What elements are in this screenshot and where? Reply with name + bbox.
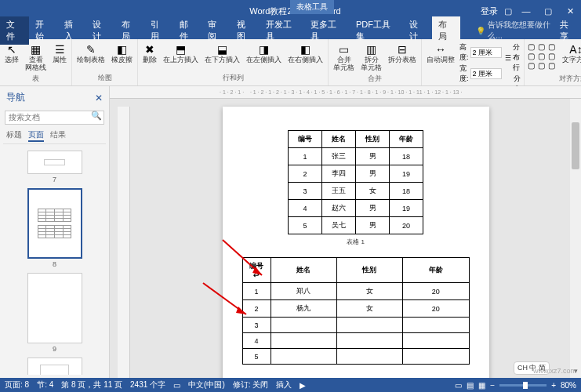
status-section[interactable]: 节: 4 [37,379,53,390]
col-width-input[interactable] [470,68,502,79]
align-tc-icon[interactable]: ▢ [538,42,547,51]
align-tl-icon[interactable]: ▢ [528,42,537,51]
status-page[interactable]: 页面: 8 [5,379,29,390]
status-language[interactable]: 中文(中国) [188,379,225,390]
split-table-button[interactable]: ⊟拆分表格 [387,42,418,65]
align-tr-icon[interactable]: ▢ [548,42,557,51]
table-row[interactable]: 2李四男19 [289,165,423,183]
table-row[interactable]: 3王五女18 [289,183,423,200]
thumb-page-9[interactable] [27,273,82,343]
insert-left-button[interactable]: ◨在左侧插入 [245,42,283,65]
nav-search-input[interactable] [5,111,104,125]
eraser-button[interactable]: ◧橡皮擦 [110,42,134,65]
merge-cells-button[interactable]: ▭合并单元格 [332,42,356,73]
horizontal-ruler[interactable]: · 1 · 2 · 1 · · 1 · 2 · 1 · 2 · 1 · 3 · … [110,86,581,99]
insert-right-button[interactable]: ◧在右侧插入 [286,42,325,65]
thumb-page-7[interactable] [27,151,82,174]
zoom-slider[interactable] [499,384,547,387]
lightbulb-icon: 💡 [476,27,485,35]
table-row[interactable]: 5 [242,349,469,365]
nav-tab-headings[interactable]: 标题 [6,129,22,142]
zoom-level[interactable]: 80% [561,381,576,390]
delete-button[interactable]: ✖删除 [141,42,158,65]
table-row[interactable]: 2杨九女20 [242,300,469,318]
view-web-icon[interactable]: ▦ [478,381,485,390]
align-bc-icon[interactable]: ▢ [538,61,547,70]
navigation-pane: 导航 ✕ 🔍 标题 页面 结果 7 8 9 10 [0,86,110,378]
status-words[interactable]: 2431 个字 [130,379,165,390]
zoom-in-button[interactable]: + [551,381,556,390]
maximize-button[interactable]: ▢ [540,6,556,16]
status-track[interactable]: 修订: 关闭 [233,379,269,390]
minimize-button[interactable]: — [518,6,534,16]
split-table-icon: ⊟ [396,43,409,56]
group-label-rows-cols: 行和列 [141,72,325,84]
table-2[interactable]: 编号↩姓名性别年龄1郑八女202杨九女20345 [242,257,470,365]
status-lang-icon: ▭ [173,381,180,390]
align-br-icon[interactable]: ▢ [548,61,557,70]
group-label-table: 表 [3,73,68,85]
row-height-input[interactable] [470,47,502,58]
dist-rows-icon: ☰ [505,54,511,62]
text-direction-button[interactable]: A↕文字方向 [561,42,581,65]
insert-above-icon: ⬒ [175,43,187,56]
properties-button[interactable]: ☰属性 [51,42,68,65]
thumb-page-8[interactable] [27,188,82,259]
text-direction-icon: A↕ [570,43,581,56]
view-read-icon[interactable]: ▭ [455,381,462,390]
view-gridlines-button[interactable]: ▦查看网格线 [24,42,48,73]
width-label: 宽度: [459,64,469,84]
ribbon-options-icon[interactable]: ▢ [504,6,512,16]
split-cells-button[interactable]: ▥拆分单元格 [359,42,383,73]
view-print-icon[interactable]: ▤ [467,381,474,390]
draw-table-button[interactable]: ✎绘制表格 [75,42,107,65]
table-row[interactable]: 1张三男18 [289,148,423,165]
search-icon[interactable]: 🔍 [91,111,102,121]
merge-icon: ▭ [338,43,350,56]
close-button[interactable]: ✕ [562,6,578,16]
properties-icon: ☰ [53,43,66,56]
scrollbar-thumb[interactable] [572,122,579,169]
align-mc-icon[interactable]: ▢ [538,52,547,60]
insert-below-button[interactable]: ⬓在下方插入 [203,42,241,65]
status-pages[interactable]: 第 8 页，共 11 页 [61,379,122,390]
thumb-page-10[interactable] [27,358,82,376]
context-tab-label: 表格工具 [290,0,334,14]
group-label-draw: 绘图 [75,72,134,84]
align-mr-icon[interactable]: ▢ [548,52,557,60]
split-icon: ▥ [365,43,378,56]
vertical-ruler[interactable] [118,107,130,378]
status-record-icon[interactable]: ▶ [300,381,306,390]
document-area[interactable]: · 1 · 2 · 1 · · 1 · 2 · 1 · 2 · 1 · 3 · … [110,86,581,378]
table-header: 性别 [336,258,402,283]
select-button[interactable]: ↖选择 [3,42,20,65]
tell-me-search[interactable]: 💡 告诉我您想要做什么... [476,20,560,42]
align-ml-icon[interactable]: ▢ [528,52,537,60]
nav-tab-pages[interactable]: 页面 [28,129,44,142]
autofit-button[interactable]: ↔自动调整 [425,42,456,65]
insert-above-button[interactable]: ⬒在上方插入 [162,42,200,65]
table-1[interactable]: 编号姓名性别年龄1张三男182李四男193王五女184赵六男195吴七男20 [288,130,423,234]
table-row[interactable]: 5吴七男20 [289,217,423,234]
alignment-grid[interactable]: ▢▢▢ ▢▢▢ ▢▢▢ [528,42,557,70]
group-label-alignment: 对齐方式 [528,73,581,85]
status-bar: 页面: 8 节: 4 第 8 页，共 11 页 2431 个字 ▭ 中文(中国)… [0,378,581,392]
table-1-caption: 表格 1 [242,238,470,246]
nav-tab-results[interactable]: 结果 [50,129,66,142]
zoom-out-button[interactable]: − [490,381,495,390]
status-insert[interactable]: 插入 [276,379,292,390]
login-link[interactable]: 登录 [481,5,498,17]
table-row[interactable]: 4 [242,333,469,349]
table-header: 编号↩ [242,258,271,283]
distribute-rows-button[interactable]: ☰分布行 [505,42,521,73]
nav-close-icon[interactable]: ✕ [95,93,103,103]
document-page[interactable]: 编号姓名性别年龄1张三男182李四男193王五女184赵六男195吴七男20 表… [223,107,489,378]
table-header: 姓名 [322,131,356,148]
vertical-scrollbar[interactable]: ▾ [570,99,581,378]
table-row[interactable]: 3 [242,318,469,333]
table-row[interactable]: 4赵六男19 [289,200,423,217]
table-row[interactable]: 1郑八女20 [242,283,469,300]
align-bl-icon[interactable]: ▢ [528,61,537,70]
pencil-icon: ✎ [85,43,97,56]
menu-bar: 文件 开始 插入 设计 布局 引用 邮件 审阅 视图 开发工具 更多工具 PDF… [0,22,581,39]
